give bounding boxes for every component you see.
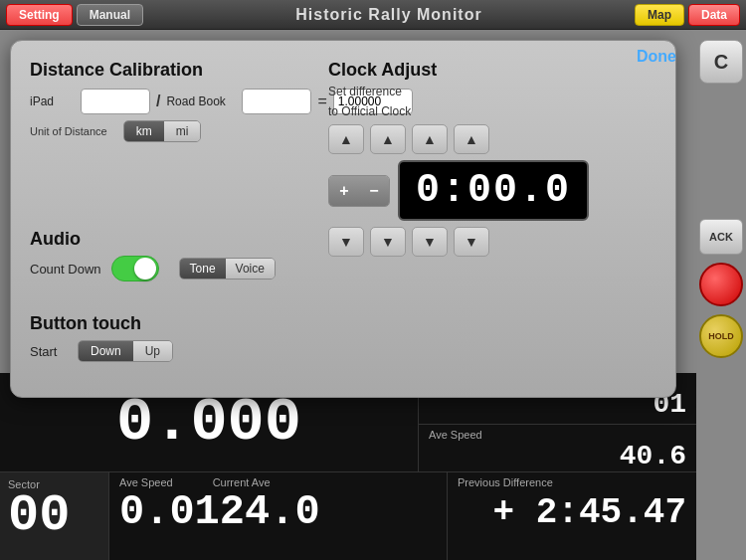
arrow-up-3[interactable]: ▲	[412, 124, 448, 154]
arrow-up-2[interactable]: ▲	[370, 124, 406, 154]
prev-diff-area: Previous Difference + 2:45.47	[448, 472, 696, 560]
data-button[interactable]: Data	[688, 4, 740, 26]
sector-box: Sector 00	[0, 472, 109, 560]
unit-button-group: km mi	[123, 120, 202, 142]
button-touch-title: Button touch	[30, 313, 173, 334]
app-title: Historic Rally Monitor	[295, 6, 481, 23]
audio-title: Audio	[30, 229, 276, 250]
roadbook-label: Road Book	[166, 94, 236, 108]
arrow-up-1[interactable]: ▲	[328, 124, 364, 154]
up-arrows-row: ▲ ▲ ▲ ▲	[328, 124, 589, 154]
right-sidebar: C ACK HOLD	[696, 30, 746, 560]
arrow-up-4[interactable]: ▲	[454, 124, 489, 154]
setting-button[interactable]: Setting	[6, 4, 73, 26]
prev-diff-value: + 2:45.47	[458, 492, 686, 533]
current-ave-label: Current Ave	[213, 476, 271, 488]
done-button[interactable]: Done	[637, 48, 676, 66]
tone-button[interactable]: Tone	[180, 259, 226, 279]
ave-speed-label: Ave Speed	[429, 429, 686, 441]
ipad-input[interactable]	[81, 89, 150, 114]
down-button[interactable]: Down	[79, 341, 133, 361]
plus-minus-group: + −	[328, 175, 390, 207]
top-bar-right: Map Data	[635, 4, 740, 26]
main-area: Done Distance Calibration iPad / Road Bo…	[0, 30, 746, 560]
clock-adjust-desc2: to Official Clock	[328, 104, 589, 118]
toggle-knob	[134, 258, 156, 280]
arrow-down-1[interactable]: ▼	[328, 227, 364, 257]
arrow-down-2[interactable]: ▼	[370, 227, 406, 257]
sector-value: 00	[8, 490, 100, 542]
modal-overlay: Done Distance Calibration iPad / Road Bo…	[0, 30, 696, 408]
tone-voice-group: Tone Voice	[179, 258, 276, 280]
count-down-label: Count Down	[30, 262, 101, 277]
clock-adjust-section: Clock Adjust Set difference to Official …	[328, 60, 589, 263]
count-down-toggle[interactable]	[111, 256, 159, 281]
arrow-down-4[interactable]: ▼	[454, 227, 489, 257]
clock-display-area: + − 0:00.0	[328, 160, 589, 221]
ave-speed-value: 40.6	[429, 441, 686, 471]
top-bar: Setting Manual Historic Rally Monitor Ma…	[0, 0, 746, 30]
c-button[interactable]: C	[699, 40, 743, 84]
ack-button[interactable]: ACK	[699, 219, 743, 255]
audio-row: Count Down Tone Voice	[30, 256, 276, 281]
minus-button[interactable]: −	[359, 176, 389, 206]
app-title-container: Historic Rally Monitor	[143, 6, 635, 24]
equals-sign: =	[317, 93, 326, 110]
manual-button[interactable]: Manual	[77, 4, 143, 26]
up-button[interactable]: Up	[133, 341, 172, 361]
roadbook-input[interactable]	[242, 89, 311, 114]
down-up-group: Down Up	[78, 340, 173, 362]
plus-button[interactable]: +	[329, 176, 359, 206]
km-button[interactable]: km	[124, 121, 164, 141]
audio-section: Audio Count Down Tone Voice	[30, 229, 276, 281]
speed-area: Ave Speed Current Ave 0.0124.0	[109, 472, 448, 560]
clock-adjust-title: Clock Adjust	[328, 60, 589, 81]
down-arrows-row: ▼ ▼ ▼ ▼	[328, 227, 589, 257]
red-button[interactable]	[699, 263, 743, 306]
prev-diff-label: Previous Difference	[458, 476, 686, 488]
clock-adjust-desc1: Set difference	[328, 85, 589, 98]
unit-of-distance-label: Unit of Distance	[30, 125, 107, 137]
hold-button[interactable]: HOLD	[699, 314, 743, 358]
ipad-label: iPad	[30, 94, 75, 108]
separator: /	[156, 93, 160, 110]
map-button[interactable]: Map	[635, 4, 684, 26]
speed-values: 0.0124.0	[119, 488, 437, 536]
speed-labels: Ave Speed Current Ave	[119, 476, 437, 488]
start-label: Start	[30, 344, 70, 359]
button-touch-row: Start Down Up	[30, 340, 173, 362]
button-touch-section: Button touch Start Down Up	[30, 313, 173, 362]
top-bar-left: Setting Manual	[6, 4, 143, 26]
ave-speed2-label: Ave Speed	[119, 476, 173, 488]
voice-button[interactable]: Voice	[226, 259, 275, 279]
ave-speed-cell: Ave Speed 40.6	[419, 425, 696, 475]
clock-screen: 0:00.0	[398, 160, 589, 221]
arrow-down-3[interactable]: ▼	[412, 227, 448, 257]
bottom-bottom-row: Sector 00 Ave Speed Current Ave 0.0124.0…	[0, 472, 696, 560]
clock-value: 0:00.0	[416, 168, 571, 213]
mi-button[interactable]: mi	[164, 121, 201, 141]
